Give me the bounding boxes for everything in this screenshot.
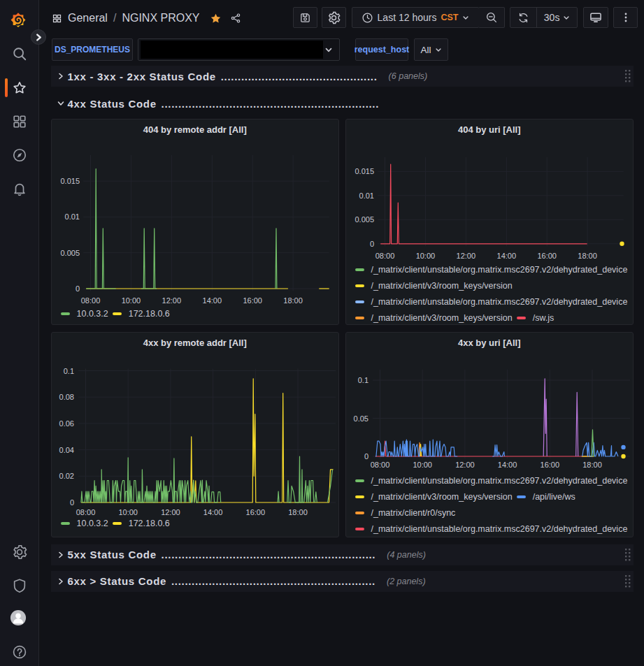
svg-text:08:00: 08:00 <box>80 296 100 304</box>
svg-text:0.1: 0.1 <box>63 366 73 375</box>
svg-text:10:00: 10:00 <box>415 252 435 260</box>
svg-text:0: 0 <box>369 239 373 247</box>
svg-text:08:00: 08:00 <box>375 252 394 260</box>
svg-text:0.005: 0.005 <box>60 248 80 256</box>
svg-text:0.01: 0.01 <box>359 191 373 199</box>
svg-text:10:00: 10:00 <box>121 296 141 304</box>
svg-text:18:00: 18:00 <box>283 296 303 304</box>
svg-text:16:00: 16:00 <box>243 296 262 304</box>
svg-text:16:00: 16:00 <box>537 252 557 260</box>
svg-text:0: 0 <box>364 452 368 461</box>
svg-text:18:00: 18:00 <box>288 507 308 516</box>
svg-text:0.015: 0.015 <box>60 177 80 185</box>
svg-text:0.005: 0.005 <box>355 215 374 224</box>
svg-text:16:00: 16:00 <box>540 460 559 468</box>
svg-text:0: 0 <box>69 498 73 507</box>
svg-text:08:00: 08:00 <box>76 507 95 516</box>
svg-text:12:00: 12:00 <box>162 296 181 304</box>
svg-text:0.1: 0.1 <box>357 376 368 384</box>
svg-text:12:00: 12:00 <box>455 460 475 468</box>
svg-text:0: 0 <box>75 284 79 293</box>
svg-text:14:00: 14:00 <box>202 296 222 304</box>
svg-text:18:00: 18:00 <box>578 252 597 260</box>
svg-text:14:00: 14:00 <box>497 460 517 468</box>
svg-text:0.04: 0.04 <box>59 445 73 454</box>
svg-text:10:00: 10:00 <box>118 507 138 516</box>
svg-text:08:00: 08:00 <box>370 460 389 468</box>
svg-text:0.06: 0.06 <box>59 419 73 427</box>
svg-text:12:00: 12:00 <box>456 252 475 260</box>
svg-text:14:00: 14:00 <box>496 252 516 260</box>
svg-text:0.02: 0.02 <box>59 472 73 480</box>
svg-text:0.01: 0.01 <box>64 212 79 221</box>
svg-text:0.015: 0.015 <box>355 167 374 175</box>
svg-text:0.08: 0.08 <box>59 393 73 401</box>
svg-text:16:00: 16:00 <box>245 507 265 516</box>
svg-text:12:00: 12:00 <box>161 507 180 516</box>
svg-text:10:00: 10:00 <box>413 460 432 468</box>
svg-text:0.05: 0.05 <box>353 414 368 422</box>
svg-text:14:00: 14:00 <box>203 507 222 516</box>
svg-text:18:00: 18:00 <box>582 460 602 468</box>
